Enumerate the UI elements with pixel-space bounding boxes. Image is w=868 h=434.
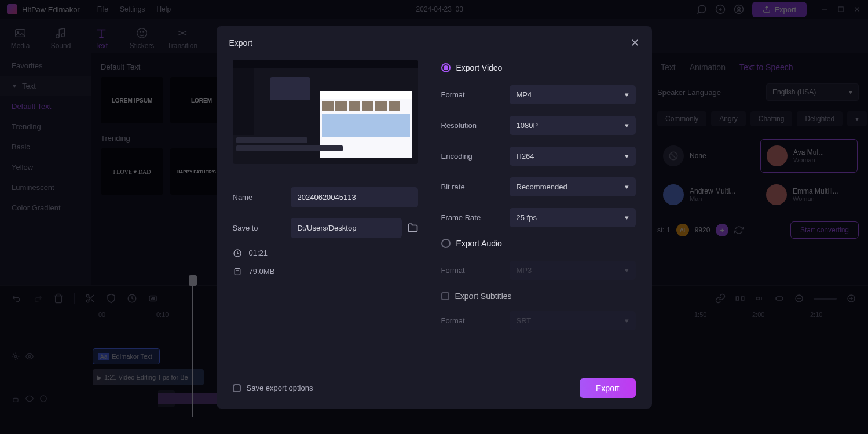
audio-format-label: Format [441,266,510,275]
chevron-down-icon: ▾ [625,90,629,99]
checkbox-icon [233,384,241,392]
export-audio-radio[interactable]: Export Audio [441,239,636,248]
name-input[interactable] [291,187,418,207]
save-to-input[interactable] [291,218,402,238]
subs-format-select: SRT▾ [510,311,636,330]
export-preview [233,60,418,164]
filesize-value: 79.0MB [249,267,275,276]
encoding-label: Encoding [441,152,510,161]
duration-value: 01:21 [249,249,268,257]
radio-icon [441,63,451,72]
modal-close-button[interactable]: ✕ [631,37,639,49]
duration-icon [233,249,242,258]
modal-title: Export [229,38,252,48]
bitrate-label: Bit rate [441,183,510,191]
save-export-options-checkbox[interactable]: Save export options [233,384,313,392]
chevron-down-icon: ▾ [625,266,629,275]
framerate-select[interactable]: 25 fps▾ [510,208,636,227]
export-action-button[interactable]: Export [580,378,635,398]
radio-icon [441,239,451,248]
name-label: Name [233,193,291,202]
encoding-select[interactable]: H264▾ [510,147,636,166]
framerate-label: Frame Rate [441,213,510,222]
chevron-down-icon: ▾ [625,121,629,130]
export-modal: Export ✕ [217,26,652,409]
chevron-down-icon: ▾ [625,316,629,325]
save-to-label: Save to [233,224,291,232]
chevron-down-icon: ▾ [625,152,629,161]
export-subtitles-checkbox[interactable]: Export Subtitles [441,291,636,301]
resolution-select[interactable]: 1080P▾ [510,116,636,135]
audio-format-select: MP3▾ [510,261,636,280]
filesize-icon [233,267,242,276]
modal-overlay: Export ✕ [0,0,868,434]
bitrate-select[interactable]: Recommended▾ [510,177,636,196]
subs-format-label: Format [441,316,510,325]
chevron-down-icon: ▾ [625,183,629,191]
export-video-radio[interactable]: Export Video [441,63,636,72]
svg-rect-41 [235,268,240,275]
chevron-down-icon: ▾ [625,213,629,222]
format-select[interactable]: MP4▾ [510,85,636,104]
format-label: Format [441,90,510,99]
checkbox-icon [441,292,449,300]
browse-folder-button[interactable] [408,223,418,233]
resolution-label: Resolution [441,121,510,130]
